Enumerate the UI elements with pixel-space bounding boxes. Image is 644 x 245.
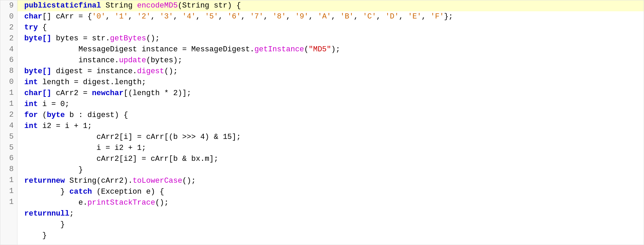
code-line: e.printStackTrace(); [17,197,644,208]
code-line: public static final String encodeMD5(Str… [17,0,644,11]
code-line: cArr2[i2] = cArr[b & bx.m]; [17,154,644,165]
line-number: 8 [4,66,14,77]
code-content[interactable]: public static final String encodeMD5(Str… [17,0,644,245]
code-line: } [17,219,644,230]
code-line: return new String(cArr2).toLowerCase(); [17,176,644,186]
code-line: i = i2 + 1; [17,143,644,154]
line-number: 1 [4,186,14,197]
line-number: 6 [4,153,14,164]
line-number: 1 [4,88,14,99]
code-line: for (byte b : digest) { [17,110,644,121]
line-number: 2 [4,22,14,33]
code-line: } [17,230,644,241]
code-line: int i = 0; [17,99,644,110]
line-number: 8 [4,164,14,175]
line-number: 6 [4,55,14,66]
code-line: instance.update(bytes); [17,55,644,66]
code-line: cArr2[i] = cArr[(b >>> 4) & 15]; [17,132,644,143]
line-number: 4 [4,120,14,131]
code-line: char[] cArr2 = new char[(length * 2)]; [17,88,644,99]
line-number: 2 [4,33,14,44]
line-number: 1 [4,175,14,186]
line-number: 1 [4,197,14,208]
code-editor: 9022468011245568111 public static final … [0,0,644,245]
line-number-gutter: 9022468011245568111 [0,0,17,245]
code-line: MessageDigest instance = MessageDigest.g… [17,44,644,55]
code-line: char[] cArr = {'0', '1', '2', '3', '4', … [17,11,644,22]
code-line: } catch (Exception e) { [17,186,644,197]
line-number: 0 [4,77,14,88]
code-line: } [17,165,644,176]
code-line: int i2 = i + 1; [17,121,644,132]
line-number: 0 [4,11,14,22]
code-line: byte[] digest = instance.digest(); [17,66,644,77]
code-line: int length = digest.length; [17,77,644,88]
code-line: byte[] bytes = str.getBytes(); [17,33,644,44]
line-number: 5 [4,142,14,153]
line-number: 9 [4,0,14,11]
code-line: try { [17,22,644,33]
code-line: return null; [17,208,644,219]
line-number: 2 [4,109,14,120]
line-number: 1 [4,99,14,109]
line-number: 5 [4,131,14,142]
line-number: 4 [4,44,14,55]
